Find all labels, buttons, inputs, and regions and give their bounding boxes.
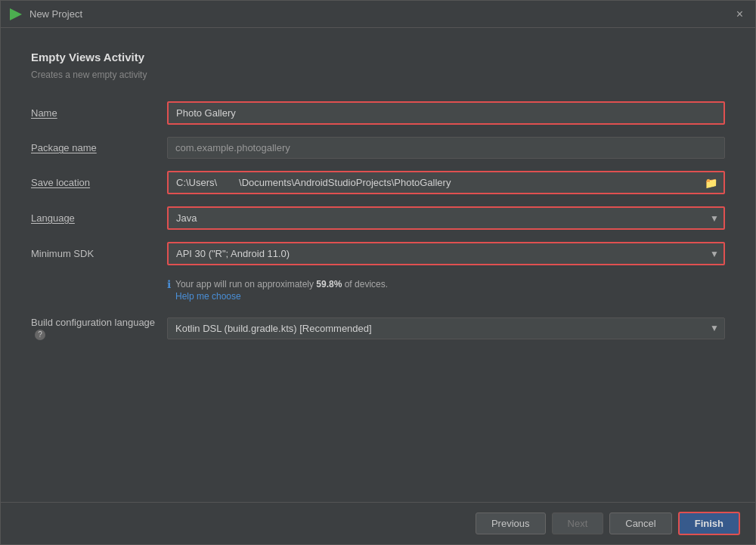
cancel-button[interactable]: Cancel <box>609 512 671 534</box>
package-name-input[interactable] <box>167 137 725 159</box>
build-config-select-wrap: Kotlin DSL (build.gradle.kts) [Recommend… <box>167 317 725 339</box>
section-title: Empty Views Activity <box>31 51 725 63</box>
build-config-help-icon[interactable]: ? <box>35 330 45 340</box>
name-label: Name <box>31 107 167 119</box>
minimum-sdk-select-wrap: API 30 ("R"; Android 11.0) API 21 (Andro… <box>167 242 725 265</box>
minimum-sdk-field-row: Minimum SDK API 30 ("R"; Android 11.0) A… <box>31 242 725 265</box>
save-location-label: Save location <box>31 177 167 188</box>
info-text-after: of devices. <box>342 279 388 290</box>
svg-marker-0 <box>10 8 22 20</box>
window-title: New Project <box>29 8 732 20</box>
browse-button[interactable]: 📁 <box>699 174 723 192</box>
name-field-row: Name <box>31 101 725 125</box>
build-config-select[interactable]: Kotlin DSL (build.gradle.kts) [Recommend… <box>167 317 725 339</box>
main-content: Empty Views Activity Creates a new empty… <box>1 28 755 502</box>
name-input-wrap <box>167 101 725 125</box>
section-subtitle: Creates a new empty activity <box>31 70 725 80</box>
folder-icon: 📁 <box>705 177 717 189</box>
info-icon: ℹ <box>167 278 171 290</box>
title-bar: New Project × <box>1 1 755 28</box>
language-select-wrap: Java Kotlin ▼ <box>167 206 725 230</box>
package-name-field-row: Package name <box>31 137 725 159</box>
save-location-wrap: 📁 <box>167 171 725 194</box>
info-text-before: Your app will run on approximately <box>175 279 316 290</box>
previous-button[interactable]: Previous <box>476 512 546 534</box>
info-text-block: Your app will run on approximately 59.8%… <box>175 277 388 302</box>
info-row: ℹ Your app will run on approximately 59.… <box>167 277 725 302</box>
name-input[interactable] <box>169 103 723 123</box>
dialog-footer: Previous Next Cancel Finish <box>1 502 755 544</box>
help-link[interactable]: Help me choose <box>175 291 388 302</box>
app-logo-icon <box>8 7 23 22</box>
new-project-window: New Project × Empty Views Activity Creat… <box>0 0 756 545</box>
minimum-sdk-select[interactable]: API 30 ("R"; Android 11.0) API 21 (Andro… <box>167 242 725 265</box>
save-location-field-row: Save location 📁 <box>31 171 725 194</box>
info-text: Your app will run on approximately 59.8%… <box>175 279 388 290</box>
package-name-label: Package name <box>31 142 167 153</box>
build-config-field-row: Build configuration language ? Kotlin DS… <box>31 317 725 340</box>
next-button: Next <box>552 512 604 534</box>
minimum-sdk-label: Minimum SDK <box>31 248 167 259</box>
language-field-row: Language Java Kotlin ▼ <box>31 206 725 230</box>
close-button[interactable]: × <box>732 6 748 23</box>
language-label: Language <box>31 212 167 224</box>
build-config-label: Build configuration language ? <box>31 317 167 340</box>
info-percentage: 59.8% <box>316 279 342 290</box>
save-location-input[interactable] <box>169 172 699 193</box>
finish-button[interactable]: Finish <box>678 512 740 535</box>
language-select[interactable]: Java Kotlin <box>167 206 725 230</box>
